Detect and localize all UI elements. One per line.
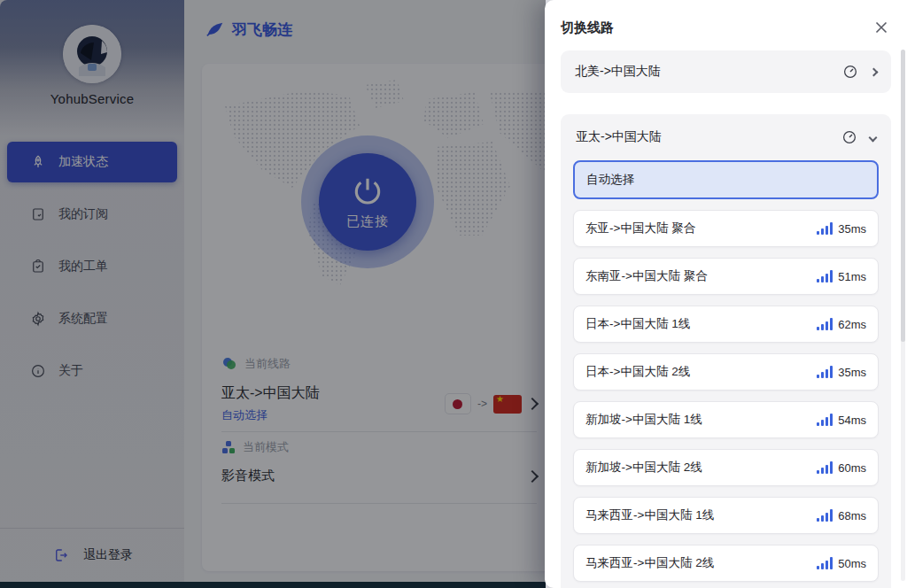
speed-gauge-icon [842,64,858,80]
line-group-asia-pacific: 亚太->中国大陆 自动选择 东亚->中国大陆 聚合 35ms [561,114,891,588]
chevron-down-icon [869,133,878,142]
latency-value: 35ms [838,222,866,236]
latency-value: 62ms [838,318,866,331]
latency-value: 35ms [838,366,866,379]
close-icon[interactable] [872,18,891,37]
latency-value: 60ms [838,461,866,475]
line-option[interactable]: 东亚->中国大陆 聚合 35ms [573,210,879,247]
chevron-right-icon [870,67,879,76]
app-window: YohubService 加速状态 [0,0,907,588]
latency-value: 54ms [838,414,866,427]
line-option[interactable]: 马来西亚->中国大陆 2线 50ms [573,545,879,582]
latency-value: 50ms [838,557,866,570]
modal-dim-overlay[interactable] [0,0,546,588]
drawer-scrollbar[interactable] [901,50,905,581]
signal-bars-icon [817,366,833,378]
signal-bars-icon [817,270,833,282]
line-option-auto-select[interactable]: 自动选择 [573,160,879,199]
drawer-title: 切换线路 [561,19,614,36]
signal-bars-icon [817,222,833,235]
latency-value: 51ms [838,270,866,283]
signal-bars-icon [817,461,833,474]
signal-bars-icon [817,414,833,426]
line-group-north-america[interactable]: 北美->中国大陆 [561,50,891,93]
line-option[interactable]: 日本->中国大陆 2线 35ms [573,353,879,391]
latency-value: 68ms [838,509,866,522]
speed-gauge-icon [841,129,857,145]
scrollbar-thumb[interactable] [901,50,905,342]
line-option[interactable]: 新加坡->中国大陆 2线 60ms [573,449,879,486]
switch-line-drawer: 切换线路 北美->中国大陆 亚太->中国大陆 [545,0,907,588]
line-option[interactable]: 新加坡->中国大陆 1线 54ms [573,401,879,438]
signal-bars-icon [817,318,833,330]
line-option[interactable]: 东南亚->中国大陆 聚合 51ms [573,258,879,295]
line-option[interactable]: 日本->中国大陆 1线 62ms [573,306,879,343]
signal-bars-icon [817,509,833,522]
line-option[interactable]: 马来西亚->中国大陆 1线 68ms [573,497,879,534]
signal-bars-icon [817,557,833,569]
line-group-header[interactable]: 亚太->中国大陆 [573,114,879,160]
